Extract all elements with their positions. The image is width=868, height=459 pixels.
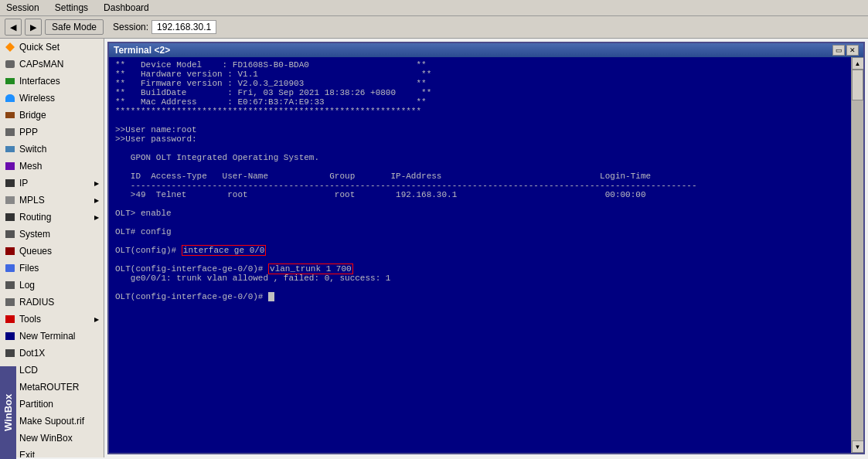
routing-icon [5,212,15,223]
mesh-icon [5,161,15,172]
sidebar-item-bridge[interactable]: Bridge [0,107,104,124]
session-label: Session: [113,22,148,32]
sidebar-item-wireless[interactable]: Wireless [0,90,104,107]
sidebar-label-tools: Tools [19,314,41,325]
sidebar-item-dot1x[interactable]: Dot1X [0,345,104,362]
ppp-icon [5,127,15,138]
scroll-down-button[interactable]: ▼ [852,440,864,453]
terminal-scrollbar: ▲ ▼ [851,57,863,453]
back-button[interactable]: ◀ [5,19,22,36]
sidebar-label-newwinbox: New WinBox [19,433,73,444]
radius-icon [5,297,15,308]
terminal-close-button[interactable]: ✕ [846,45,859,56]
tools-icon [5,314,15,325]
sidebar-label-capsman: CAPsMAN [19,59,63,70]
sidebar-label-mesh: Mesh [19,161,42,172]
sidebar-label-partition: Partition [19,399,53,410]
winbox-label: WinBox [0,366,16,459]
sidebar-item-ppp[interactable]: PPP [0,124,104,141]
sidebar-item-quickset[interactable]: Quick Set [0,39,104,56]
session-value: 192.168.30.1 [151,20,216,34]
files-icon [5,263,15,274]
sidebar-item-queues[interactable]: Queues [0,243,104,260]
dot1x-icon [5,348,15,359]
sidebar-item-new-terminal[interactable]: New Terminal [0,328,104,345]
sidebar-label-queues: Queues [19,246,52,257]
interfaces-icon [5,76,15,87]
terminal-title: Terminal <2> [114,45,170,56]
sidebar-label-log: Log [19,280,35,291]
ip-icon [5,178,15,189]
sidebar-label-interfaces: Interfaces [19,76,60,87]
sidebar-item-tools[interactable]: Tools [0,311,104,328]
sidebar-label-metarouter: MetaROUTER [19,382,79,393]
menu-bar: Session Settings Dashboard [0,0,868,16]
terminal-controls: ▭ ✕ [832,45,859,56]
sidebar-label-files: Files [19,263,39,274]
sidebar-label-switch: Switch [19,144,46,155]
queues-icon [5,246,15,257]
sidebar-label-bridge: Bridge [19,110,46,121]
scroll-up-button[interactable]: ▲ [852,57,864,70]
sidebar-item-log[interactable]: Log [0,277,104,294]
sidebar-item-interfaces[interactable]: Interfaces [0,73,104,90]
bridge-icon [5,110,15,121]
forward-button[interactable]: ▶ [25,19,42,36]
terminal-inner: ** Device Model : FD1608S-B0-BDA0 ** ** … [109,57,863,453]
sidebar-label-mpls: MPLS [19,195,45,206]
log-icon [5,280,15,291]
sidebar-label-system: System [19,229,50,240]
wireless-icon [5,93,15,104]
sidebar-label-radius: RADIUS [19,297,54,308]
sidebar-label-ip: IP [19,178,28,189]
quickset-icon [5,42,15,53]
terminal-titlebar: Terminal <2> ▭ ✕ [109,43,863,57]
sidebar-item-ip[interactable]: IP [0,175,104,192]
sidebar-item-mpls[interactable]: MPLS [0,192,104,209]
content-area: Terminal <2> ▭ ✕ ** Device Model : FD160… [104,39,868,457]
sidebar-label-dot1x: Dot1X [19,348,45,359]
sidebar-item-system[interactable]: System [0,226,104,243]
terminal-restore-button[interactable]: ▭ [832,45,845,56]
scroll-thumb[interactable] [852,70,863,100]
sidebar-item-capsman[interactable]: CAPsMAN [0,56,104,73]
sidebar-label-ppp: PPP [19,127,38,138]
safe-mode-button[interactable]: Safe Mode [45,19,104,35]
terminal-body[interactable]: ** Device Model : FD1608S-B0-BDA0 ** ** … [109,57,851,453]
scroll-track [852,70,863,440]
sidebar-label-routing: Routing [19,212,51,223]
sidebar-item-switch[interactable]: Switch [0,141,104,158]
capsman-icon [5,59,15,70]
sidebar-label-exit: Exit [19,450,35,457]
menu-settings[interactable]: Settings [52,2,91,14]
mpls-icon [5,195,15,206]
terminal-icon [5,331,15,342]
sidebar-label-new-terminal: New Terminal [19,331,75,342]
sidebar-item-files[interactable]: Files [0,260,104,277]
menu-dashboard[interactable]: Dashboard [100,2,152,14]
sidebar-item-mesh[interactable]: Mesh [0,158,104,175]
sidebar-label-quickset: Quick Set [19,42,60,53]
sidebar-label-lcd: LCD [19,365,38,376]
toolbar: ◀ ▶ Safe Mode Session: 192.168.30.1 [0,16,868,39]
main-layout: Quick SetCAPsMANInterfacesWirelessBridge… [0,39,868,457]
switch-icon [5,144,15,155]
terminal-window: Terminal <2> ▭ ✕ ** Device Model : FD160… [107,42,865,454]
sidebar-item-routing[interactable]: Routing [0,209,104,226]
sidebar-label-makesupout: Make Supout.rif [19,416,84,427]
sidebar-label-wireless: Wireless [19,93,55,104]
system-icon [5,229,15,240]
menu-session[interactable]: Session [3,2,43,14]
sidebar-item-radius[interactable]: RADIUS [0,294,104,311]
